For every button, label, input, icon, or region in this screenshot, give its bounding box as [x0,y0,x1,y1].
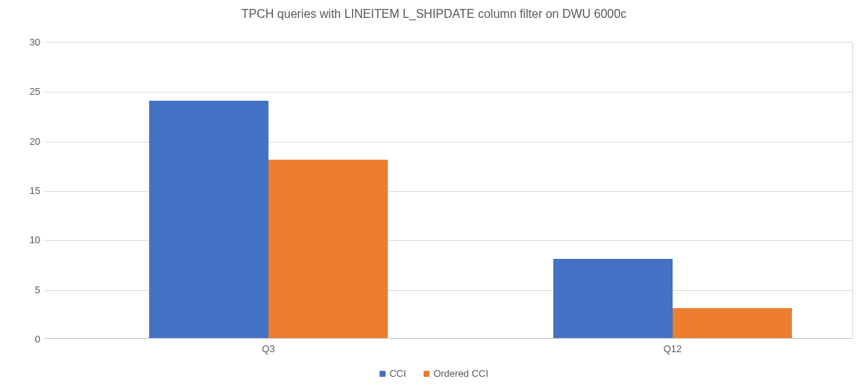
y-tick-10: 10 [7,234,40,245]
legend-label: CCI [389,368,406,379]
chart-container: TPCH queries with LINEITEM L_SHIPDATE co… [0,0,868,385]
legend-swatch-icon [380,371,386,377]
legend-swatch-icon [424,371,430,377]
y-tick-0: 0 [7,334,40,345]
y-tick-15: 15 [7,185,40,196]
x-label-q12: Q12 [664,343,682,354]
legend-item-cci: CCI [380,368,406,379]
bar-q3-ordered [268,160,388,338]
chart-title: TPCH queries with LINEITEM L_SHIPDATE co… [0,7,868,21]
y-tick-25: 25 [7,86,40,97]
x-label-q3: Q3 [262,343,274,354]
legend: CCI Ordered CCI [0,368,868,380]
bar-q3-cci [149,101,268,338]
bar-q12-ordered [673,308,792,338]
legend-label: Ordered CCI [433,368,488,379]
y-tick-5: 5 [7,284,40,295]
legend-item-ordered: Ordered CCI [424,368,488,379]
gridline [45,92,852,93]
bar-q12-cci [553,259,673,338]
y-tick-20: 20 [7,135,40,146]
y-tick-30: 30 [7,37,40,48]
plot-area [45,42,853,339]
